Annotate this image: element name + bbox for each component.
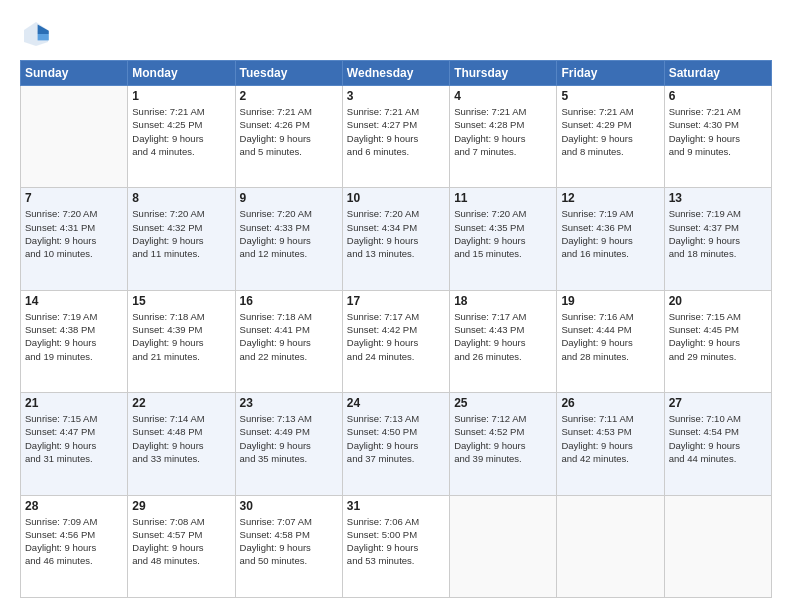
day-info: Sunrise: 7:20 AM Sunset: 4:33 PM Dayligh… bbox=[240, 207, 338, 260]
day-number: 10 bbox=[347, 191, 445, 205]
svg-marker-1 bbox=[38, 24, 49, 34]
day-number: 29 bbox=[132, 499, 230, 513]
calendar-cell: 26Sunrise: 7:11 AM Sunset: 4:53 PM Dayli… bbox=[557, 393, 664, 495]
day-number: 14 bbox=[25, 294, 123, 308]
calendar-cell: 27Sunrise: 7:10 AM Sunset: 4:54 PM Dayli… bbox=[664, 393, 771, 495]
calendar-cell: 28Sunrise: 7:09 AM Sunset: 4:56 PM Dayli… bbox=[21, 495, 128, 597]
calendar-cell: 24Sunrise: 7:13 AM Sunset: 4:50 PM Dayli… bbox=[342, 393, 449, 495]
day-info: Sunrise: 7:19 AM Sunset: 4:37 PM Dayligh… bbox=[669, 207, 767, 260]
calendar-week-row: 14Sunrise: 7:19 AM Sunset: 4:38 PM Dayli… bbox=[21, 290, 772, 392]
day-info: Sunrise: 7:08 AM Sunset: 4:57 PM Dayligh… bbox=[132, 515, 230, 568]
weekday-header-friday: Friday bbox=[557, 61, 664, 86]
calendar-cell: 29Sunrise: 7:08 AM Sunset: 4:57 PM Dayli… bbox=[128, 495, 235, 597]
day-number: 23 bbox=[240, 396, 338, 410]
day-info: Sunrise: 7:21 AM Sunset: 4:29 PM Dayligh… bbox=[561, 105, 659, 158]
day-number: 8 bbox=[132, 191, 230, 205]
weekday-header-thursday: Thursday bbox=[450, 61, 557, 86]
calendar-cell: 16Sunrise: 7:18 AM Sunset: 4:41 PM Dayli… bbox=[235, 290, 342, 392]
day-info: Sunrise: 7:17 AM Sunset: 4:43 PM Dayligh… bbox=[454, 310, 552, 363]
calendar-cell: 9Sunrise: 7:20 AM Sunset: 4:33 PM Daylig… bbox=[235, 188, 342, 290]
day-info: Sunrise: 7:09 AM Sunset: 4:56 PM Dayligh… bbox=[25, 515, 123, 568]
day-info: Sunrise: 7:12 AM Sunset: 4:52 PM Dayligh… bbox=[454, 412, 552, 465]
day-number: 13 bbox=[669, 191, 767, 205]
day-number: 9 bbox=[240, 191, 338, 205]
day-info: Sunrise: 7:18 AM Sunset: 4:39 PM Dayligh… bbox=[132, 310, 230, 363]
day-number: 19 bbox=[561, 294, 659, 308]
calendar-cell: 19Sunrise: 7:16 AM Sunset: 4:44 PM Dayli… bbox=[557, 290, 664, 392]
day-info: Sunrise: 7:07 AM Sunset: 4:58 PM Dayligh… bbox=[240, 515, 338, 568]
day-info: Sunrise: 7:20 AM Sunset: 4:35 PM Dayligh… bbox=[454, 207, 552, 260]
day-info: Sunrise: 7:19 AM Sunset: 4:38 PM Dayligh… bbox=[25, 310, 123, 363]
calendar-week-row: 28Sunrise: 7:09 AM Sunset: 4:56 PM Dayli… bbox=[21, 495, 772, 597]
day-number: 26 bbox=[561, 396, 659, 410]
day-number: 28 bbox=[25, 499, 123, 513]
calendar-cell: 18Sunrise: 7:17 AM Sunset: 4:43 PM Dayli… bbox=[450, 290, 557, 392]
calendar-week-row: 1Sunrise: 7:21 AM Sunset: 4:25 PM Daylig… bbox=[21, 86, 772, 188]
day-number: 31 bbox=[347, 499, 445, 513]
day-info: Sunrise: 7:18 AM Sunset: 4:41 PM Dayligh… bbox=[240, 310, 338, 363]
day-number: 7 bbox=[25, 191, 123, 205]
day-info: Sunrise: 7:15 AM Sunset: 4:45 PM Dayligh… bbox=[669, 310, 767, 363]
calendar-cell: 4Sunrise: 7:21 AM Sunset: 4:28 PM Daylig… bbox=[450, 86, 557, 188]
calendar-cell: 25Sunrise: 7:12 AM Sunset: 4:52 PM Dayli… bbox=[450, 393, 557, 495]
calendar-cell: 14Sunrise: 7:19 AM Sunset: 4:38 PM Dayli… bbox=[21, 290, 128, 392]
calendar-cell: 30Sunrise: 7:07 AM Sunset: 4:58 PM Dayli… bbox=[235, 495, 342, 597]
weekday-header-wednesday: Wednesday bbox=[342, 61, 449, 86]
calendar-cell: 31Sunrise: 7:06 AM Sunset: 5:00 PM Dayli… bbox=[342, 495, 449, 597]
calendar-cell: 1Sunrise: 7:21 AM Sunset: 4:25 PM Daylig… bbox=[128, 86, 235, 188]
svg-marker-2 bbox=[38, 34, 49, 40]
day-number: 16 bbox=[240, 294, 338, 308]
day-number: 17 bbox=[347, 294, 445, 308]
day-number: 27 bbox=[669, 396, 767, 410]
calendar-week-row: 7Sunrise: 7:20 AM Sunset: 4:31 PM Daylig… bbox=[21, 188, 772, 290]
day-number: 12 bbox=[561, 191, 659, 205]
weekday-header-row: SundayMondayTuesdayWednesdayThursdayFrid… bbox=[21, 61, 772, 86]
day-info: Sunrise: 7:10 AM Sunset: 4:54 PM Dayligh… bbox=[669, 412, 767, 465]
logo-icon bbox=[20, 18, 52, 50]
calendar-cell: 2Sunrise: 7:21 AM Sunset: 4:26 PM Daylig… bbox=[235, 86, 342, 188]
day-info: Sunrise: 7:21 AM Sunset: 4:25 PM Dayligh… bbox=[132, 105, 230, 158]
day-info: Sunrise: 7:21 AM Sunset: 4:26 PM Dayligh… bbox=[240, 105, 338, 158]
day-number: 21 bbox=[25, 396, 123, 410]
day-info: Sunrise: 7:21 AM Sunset: 4:28 PM Dayligh… bbox=[454, 105, 552, 158]
day-number: 3 bbox=[347, 89, 445, 103]
calendar-cell: 20Sunrise: 7:15 AM Sunset: 4:45 PM Dayli… bbox=[664, 290, 771, 392]
calendar-cell: 17Sunrise: 7:17 AM Sunset: 4:42 PM Dayli… bbox=[342, 290, 449, 392]
day-number: 20 bbox=[669, 294, 767, 308]
day-info: Sunrise: 7:20 AM Sunset: 4:32 PM Dayligh… bbox=[132, 207, 230, 260]
day-info: Sunrise: 7:13 AM Sunset: 4:50 PM Dayligh… bbox=[347, 412, 445, 465]
calendar-cell: 3Sunrise: 7:21 AM Sunset: 4:27 PM Daylig… bbox=[342, 86, 449, 188]
day-number: 6 bbox=[669, 89, 767, 103]
calendar-cell bbox=[664, 495, 771, 597]
day-number: 30 bbox=[240, 499, 338, 513]
calendar-cell: 5Sunrise: 7:21 AM Sunset: 4:29 PM Daylig… bbox=[557, 86, 664, 188]
day-info: Sunrise: 7:14 AM Sunset: 4:48 PM Dayligh… bbox=[132, 412, 230, 465]
day-number: 4 bbox=[454, 89, 552, 103]
weekday-header-saturday: Saturday bbox=[664, 61, 771, 86]
day-info: Sunrise: 7:16 AM Sunset: 4:44 PM Dayligh… bbox=[561, 310, 659, 363]
day-info: Sunrise: 7:17 AM Sunset: 4:42 PM Dayligh… bbox=[347, 310, 445, 363]
day-info: Sunrise: 7:21 AM Sunset: 4:27 PM Dayligh… bbox=[347, 105, 445, 158]
day-number: 11 bbox=[454, 191, 552, 205]
day-number: 2 bbox=[240, 89, 338, 103]
day-number: 24 bbox=[347, 396, 445, 410]
day-number: 25 bbox=[454, 396, 552, 410]
day-info: Sunrise: 7:11 AM Sunset: 4:53 PM Dayligh… bbox=[561, 412, 659, 465]
calendar-cell: 8Sunrise: 7:20 AM Sunset: 4:32 PM Daylig… bbox=[128, 188, 235, 290]
day-info: Sunrise: 7:13 AM Sunset: 4:49 PM Dayligh… bbox=[240, 412, 338, 465]
calendar-table: SundayMondayTuesdayWednesdayThursdayFrid… bbox=[20, 60, 772, 598]
calendar-cell: 6Sunrise: 7:21 AM Sunset: 4:30 PM Daylig… bbox=[664, 86, 771, 188]
calendar-cell bbox=[557, 495, 664, 597]
calendar-week-row: 21Sunrise: 7:15 AM Sunset: 4:47 PM Dayli… bbox=[21, 393, 772, 495]
weekday-header-monday: Monday bbox=[128, 61, 235, 86]
calendar-cell: 22Sunrise: 7:14 AM Sunset: 4:48 PM Dayli… bbox=[128, 393, 235, 495]
calendar-cell bbox=[450, 495, 557, 597]
day-info: Sunrise: 7:06 AM Sunset: 5:00 PM Dayligh… bbox=[347, 515, 445, 568]
calendar-cell: 12Sunrise: 7:19 AM Sunset: 4:36 PM Dayli… bbox=[557, 188, 664, 290]
calendar-cell: 10Sunrise: 7:20 AM Sunset: 4:34 PM Dayli… bbox=[342, 188, 449, 290]
day-number: 5 bbox=[561, 89, 659, 103]
day-info: Sunrise: 7:20 AM Sunset: 4:34 PM Dayligh… bbox=[347, 207, 445, 260]
calendar-cell bbox=[21, 86, 128, 188]
calendar-cell: 21Sunrise: 7:15 AM Sunset: 4:47 PM Dayli… bbox=[21, 393, 128, 495]
day-info: Sunrise: 7:20 AM Sunset: 4:31 PM Dayligh… bbox=[25, 207, 123, 260]
